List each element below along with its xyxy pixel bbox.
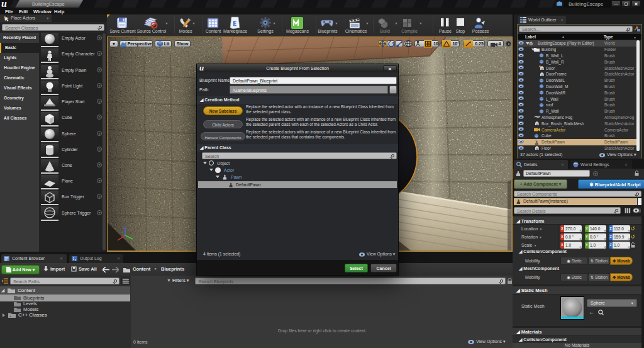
svg-text:+: + [9,314,11,318]
